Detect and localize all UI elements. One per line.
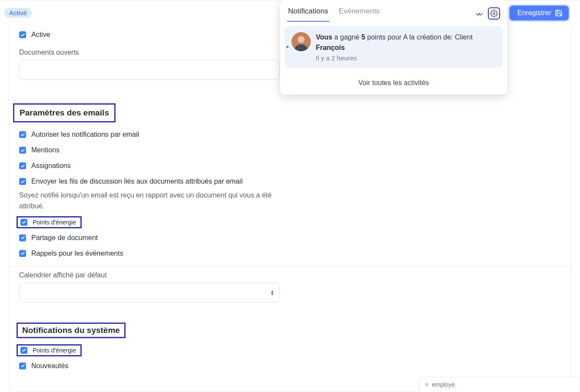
email-allow-checkbox[interactable] bbox=[19, 131, 26, 138]
share-checkbox[interactable] bbox=[19, 234, 26, 241]
avatar bbox=[292, 32, 311, 51]
active-checkbox[interactable] bbox=[19, 31, 26, 38]
tab-notifications[interactable]: Notifications bbox=[287, 5, 329, 22]
status-pill: Activé bbox=[4, 8, 32, 18]
notif-item[interactable]: Vous a gagné 5 points pour A la création… bbox=[285, 26, 503, 68]
assignations-row: Assignations bbox=[19, 158, 561, 174]
see-all-link[interactable]: Voir toutes les activités bbox=[280, 72, 507, 95]
threads-row: Envoyer les fils de discussion liés aux … bbox=[19, 174, 561, 189]
system-section-title: Notifications du système bbox=[17, 323, 126, 338]
assignations-label: Assignations bbox=[31, 162, 71, 170]
unread-dot-icon bbox=[286, 46, 288, 48]
notifications-panel: Notifications Evénements Vous a gag bbox=[280, 0, 507, 95]
share-row: Partage de document bbox=[19, 230, 561, 246]
energy-email-label: Points d'énergie bbox=[33, 219, 76, 226]
svg-point-2 bbox=[298, 36, 305, 43]
energy-email-checkbox[interactable] bbox=[20, 219, 27, 226]
documents-input[interactable] bbox=[19, 60, 280, 80]
corner-dot-icon bbox=[425, 383, 428, 386]
reminders-row: Rappels pour les événements bbox=[19, 246, 561, 261]
threads-desc: Soyez notifié lorsqu'un email est reçu e… bbox=[19, 190, 280, 212]
notif-actions bbox=[473, 7, 500, 20]
energy-row-email: Points d'énergie bbox=[17, 216, 82, 228]
notif-header: Notifications Evénements bbox=[280, 0, 507, 22]
email-allow-label: Autoriser les notifications par email bbox=[31, 131, 139, 138]
mentions-checkbox[interactable] bbox=[19, 147, 26, 154]
calendar-select-wrap: ▴▾ bbox=[19, 283, 280, 303]
notif-mid1: a gagné bbox=[332, 33, 361, 41]
news-row: Nouveautés bbox=[19, 358, 561, 374]
email-allow-row: Autoriser les notifications par email bbox=[19, 127, 561, 142]
svg-point-0 bbox=[493, 13, 495, 15]
mark-read-button[interactable] bbox=[473, 7, 485, 20]
corner-label: employé bbox=[432, 381, 455, 388]
reminders-checkbox[interactable] bbox=[19, 250, 26, 257]
notif-you: Vous bbox=[316, 33, 332, 41]
section-divider bbox=[9, 267, 571, 267]
energy-system-label: Points d'énergie bbox=[33, 347, 76, 354]
mentions-row: Mentions bbox=[19, 142, 561, 158]
gear-button[interactable] bbox=[488, 7, 500, 20]
save-icon bbox=[555, 9, 563, 17]
share-label: Partage de document bbox=[31, 234, 98, 242]
notif-text-block: Vous a gagné 5 points pour A la création… bbox=[316, 32, 496, 62]
gear-icon bbox=[490, 10, 498, 17]
energy-system-checkbox[interactable] bbox=[20, 347, 27, 354]
news-checkbox[interactable] bbox=[19, 362, 26, 369]
notif-time: Il y a 2 heures bbox=[316, 54, 496, 62]
caret-icon: ▴▾ bbox=[271, 290, 274, 296]
save-button[interactable]: Enregistrer bbox=[510, 6, 569, 20]
corner-box[interactable]: employé bbox=[419, 377, 580, 392]
save-label: Enregistrer bbox=[517, 9, 551, 17]
notif-points: 5 bbox=[361, 33, 365, 41]
mark-read-icon bbox=[475, 9, 484, 18]
notif-text: Vous a gagné 5 points pour A la création… bbox=[316, 32, 496, 53]
tab-events[interactable]: Evénements bbox=[338, 5, 381, 22]
calendar-select[interactable] bbox=[19, 283, 280, 303]
email-section-title: Paramètres des emails bbox=[13, 103, 116, 122]
calendar-label: Calendrier affiché par défaut bbox=[19, 271, 561, 279]
reminders-label: Rappels pour les événements bbox=[31, 250, 123, 257]
active-label: Active bbox=[31, 31, 50, 39]
news-label: Nouveautés bbox=[31, 362, 68, 370]
notif-body: Vous a gagné 5 points pour A la création… bbox=[280, 22, 507, 72]
mentions-label: Mentions bbox=[31, 146, 60, 154]
notif-name: François bbox=[316, 44, 345, 51]
notif-mid2: points pour A la création de: Client bbox=[365, 33, 473, 41]
assignations-checkbox[interactable] bbox=[19, 162, 26, 169]
notif-tabs: Notifications Evénements bbox=[287, 5, 470, 22]
energy-row-system: Points d'énergie bbox=[17, 344, 82, 356]
threads-checkbox[interactable] bbox=[19, 178, 26, 185]
threads-label: Envoyer les fils de discussion liés aux … bbox=[31, 178, 242, 185]
